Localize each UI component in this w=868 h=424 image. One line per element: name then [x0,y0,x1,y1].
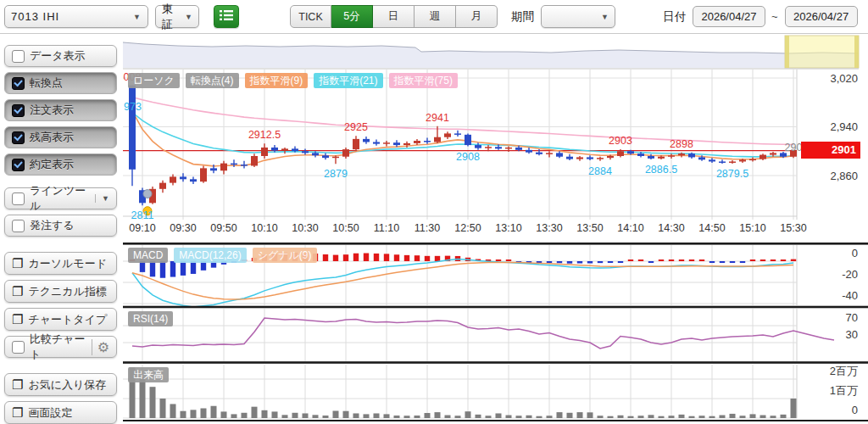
button-label: お気に入り保存 [28,377,106,393]
svg-text:2,940: 2,940 [830,120,858,133]
svg-text:-40: -40 [842,289,858,302]
button-label: チャートタイプ [28,312,107,327]
checkbox [12,192,25,205]
market-select[interactable]: 東証 ▼ [155,5,199,28]
sidebar-button-screen-settings[interactable]: ❐ 画面設定 [4,401,117,424]
svg-text:70: 70 [846,311,858,324]
button-label: 残高表示 [30,130,74,145]
sidebar-button-turning-point[interactable]: 転換点 [4,72,117,94]
legend-ema9: 指数平滑(9) [245,73,309,88]
sidebar: データ表示 転換点 注文表示 残高表示 約定表示 ラインツール ▼ 発注する ❐ [0,35,122,424]
svg-text:09:30: 09:30 [170,222,196,234]
legend-macd: MACD [128,248,168,263]
svg-text:2879.5: 2879.5 [716,168,748,180]
svg-text:2百万: 2百万 [830,365,858,377]
legend-candle: ローソク [128,73,180,88]
svg-text:-20: -20 [842,268,858,281]
chevron-down-icon: ▼ [601,13,609,21]
date-label: 日付 [663,9,686,25]
checkbox [12,220,25,232]
interval-tick-button[interactable]: TICK [290,5,331,28]
svg-text:09:10: 09:10 [129,222,155,234]
svg-text:15:30: 15:30 [780,222,806,234]
windows-icon: ❐ [12,285,23,298]
windows-icon: ❐ [12,313,23,326]
windows-icon: ❐ [12,378,23,391]
chevron-down-icon: ▼ [185,13,192,21]
legend-ema21: 指数平滑(21) [314,73,382,88]
sidebar-button-chart-type[interactable]: ❐ チャートタイプ [4,308,117,331]
sidebar-button-line-tool[interactable]: ラインツール ▼ [4,187,117,209]
interval-month-button[interactable]: 月 [456,5,498,28]
interval-day-button[interactable]: 日 [373,5,415,28]
symbol-select-value: 7013 IHI [11,10,59,23]
button-label: データ表示 [30,48,86,64]
svg-text:3,020: 3,020 [830,72,858,85]
svg-text:13:30: 13:30 [536,222,562,234]
toolbar: 7013 IHI ▼ 東証 ▼ TICK 5分 日 週 月 期間 ▼ 日付 ~ [0,0,868,34]
svg-text:2903: 2903 [609,135,632,147]
gear-icon[interactable]: ⚙ [92,339,109,355]
sidebar-button-technical-indicators[interactable]: ❐ テクニカル指標 [4,280,117,303]
svg-text:10:30: 10:30 [292,222,318,234]
button-label: 注文表示 [30,103,74,118]
checkbox [12,50,25,63]
date-separator: ~ [771,10,778,23]
date-from-input[interactable] [693,6,765,27]
svg-text:2941: 2941 [426,112,449,124]
svg-text:2811: 2811 [131,209,154,221]
windows-icon: ❐ [12,406,23,419]
chart-application: 7013 IHI ▼ 東証 ▼ TICK 5分 日 週 月 期間 ▼ 日付 ~ [0,0,868,424]
windows-icon: ❐ [12,257,23,270]
button-label: 約定表示 [30,157,74,172]
svg-text:11:10: 11:10 [374,222,399,234]
svg-text:2884: 2884 [588,165,612,177]
legend-ema75: 指数平滑(75) [389,73,458,88]
svg-text:290: 290 [785,142,803,153]
symbol-select[interactable]: 7013 IHI ▼ [4,5,148,28]
button-label: テクニカル指標 [28,284,107,299]
svg-text:09:50: 09:50 [210,222,236,234]
date-to-input[interactable] [785,6,858,27]
period-select[interactable]: ▼ [541,5,615,28]
interval-5min-button[interactable]: 5分 [331,5,373,28]
svg-text:2908: 2908 [456,151,480,163]
svg-text:2912.5: 2912.5 [248,129,281,141]
svg-text:14:10: 14:10 [617,222,643,234]
checkbox [12,341,25,354]
list-icon [220,9,233,24]
svg-text:2886.5: 2886.5 [645,164,677,176]
sidebar-button-cursor-mode[interactable]: ❐ カーソルモード [4,252,117,275]
chevron-down-icon[interactable]: ▼ [95,194,109,203]
checkbox [12,104,25,117]
chart-area: 3,0202,9402,86009:1009:3009:5010:1010:30… [123,34,868,424]
svg-text:0: 0 [852,247,858,259]
macd-legend: MACD MACD(12,26) シグナル(9) [128,248,317,263]
sidebar-button-save-favorite[interactable]: ❐ お気に入り保存 [4,373,117,396]
svg-text:14:30: 14:30 [658,222,684,234]
checkbox [12,159,25,171]
legend-macd-signal: シグナル(9) [253,248,317,263]
interval-week-button[interactable]: 週 [415,5,456,28]
sidebar-button-balance-display[interactable]: 残高表示 [4,126,117,148]
sidebar-button-comparison-chart[interactable]: 比較チャート ⚙ [4,336,117,358]
svg-text:13:10: 13:10 [495,222,521,234]
sidebar-button-data-display[interactable]: データ表示 [4,45,117,67]
sidebar-button-order-display[interactable]: 注文表示 [4,99,117,121]
interval-group: TICK 5分 日 週 月 [290,5,498,28]
current-price-badge: 2901 [801,142,860,159]
symbol-list-button[interactable] [214,5,239,28]
svg-text:12:50: 12:50 [454,222,481,234]
svg-text:2879: 2879 [324,168,348,180]
button-label: 画面設定 [28,405,72,421]
volume-legend: 出来高 [128,367,169,382]
sidebar-button-place-order[interactable]: 発注する [4,215,117,237]
svg-text:30: 30 [846,328,858,341]
sidebar-button-execution-display[interactable]: 約定表示 [4,153,117,176]
checkbox [12,77,25,90]
svg-text:11:30: 11:30 [415,222,440,234]
button-label: 転換点 [30,75,63,91]
price-chart-canvas[interactable]: 3,0202,9402,86009:1009:3009:5010:1010:30… [123,34,868,424]
svg-text:2925: 2925 [344,121,368,133]
svg-text:10:50: 10:50 [332,222,359,234]
